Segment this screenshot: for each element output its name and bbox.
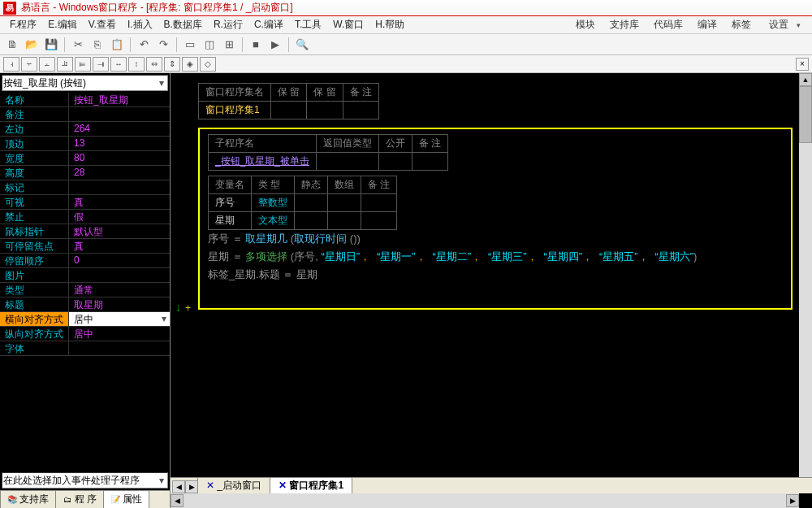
- prop-row-宽度[interactable]: 宽度80: [0, 151, 170, 166]
- panel-close-icon[interactable]: ×: [796, 58, 809, 71]
- menu-database[interactable]: B.数据库: [159, 16, 207, 33]
- tab-startwindow[interactable]: ✕ _启动窗口: [197, 477, 270, 493]
- new-icon[interactable]: 🗎: [3, 36, 21, 54]
- prop-value[interactable]: 通常: [69, 283, 170, 297]
- prop-value[interactable]: 真: [69, 239, 170, 253]
- copy-icon[interactable]: ⎘: [89, 36, 106, 54]
- open-icon[interactable]: 📂: [23, 36, 41, 54]
- distribute-v-icon[interactable]: ⇕: [164, 57, 180, 72]
- center-h-icon[interactable]: ◈: [182, 57, 198, 72]
- prop-row-可停留焦点[interactable]: 可停留焦点真: [0, 239, 170, 254]
- scroll-up-icon[interactable]: ▲: [799, 73, 812, 86]
- menu-edit[interactable]: E.编辑: [43, 16, 81, 33]
- prop-row-备注[interactable]: 备注: [0, 107, 170, 122]
- prop-row-图片[interactable]: 图片: [0, 268, 170, 283]
- sub-name[interactable]: _按钮_取星期_被单击: [209, 153, 317, 171]
- event-selector[interactable]: 在此处选择加入事件处理子程序: [2, 472, 168, 488]
- align-middle-icon[interactable]: ⫢: [75, 57, 91, 72]
- prop-row-顶边[interactable]: 顶边13: [0, 137, 170, 151]
- scroll-thumb[interactable]: [799, 86, 812, 143]
- prop-value[interactable]: 假: [69, 210, 170, 224]
- sidetab-props[interactable]: 📝属性: [103, 490, 149, 508]
- tab-prev-icon[interactable]: ◀: [172, 480, 185, 493]
- prop-value[interactable]: [69, 107, 170, 121]
- prop-value[interactable]: 居中: [69, 327, 170, 341]
- scrollbar-vertical[interactable]: ▲ ▼: [799, 73, 812, 493]
- paste-icon[interactable]: 📋: [108, 36, 126, 54]
- prop-value[interactable]: 264: [69, 122, 170, 136]
- prop-value[interactable]: [69, 180, 170, 194]
- scroll-right-icon[interactable]: ▶: [786, 494, 799, 507]
- code-line-2[interactable]: 星期 ＝ 多项选择 (序号, “星期日”， “星期一”， “星期二”， “星期三…: [205, 248, 786, 266]
- undo-icon[interactable]: ↶: [135, 36, 153, 54]
- layout3-icon[interactable]: ⊞: [220, 36, 238, 54]
- prop-row-左边[interactable]: 左边264: [0, 122, 170, 137]
- prop-value[interactable]: 13: [69, 137, 170, 150]
- prop-value[interactable]: [69, 268, 170, 282]
- same-width-icon[interactable]: ↔: [110, 57, 127, 72]
- prop-row-标题[interactable]: 标题取星期: [0, 297, 170, 312]
- tab-next-icon[interactable]: ▶: [185, 480, 198, 493]
- rmenu-codelib[interactable]: 代码库: [650, 16, 686, 33]
- menu-view[interactable]: V.查看: [84, 16, 121, 33]
- var-row[interactable]: 序号 整数型: [209, 194, 397, 212]
- align-left-icon[interactable]: ⫞: [3, 57, 19, 72]
- menu-window[interactable]: W.窗口: [328, 16, 369, 33]
- save-icon[interactable]: 💾: [42, 36, 60, 54]
- rmenu-settings[interactable]: 设置▾: [762, 16, 807, 33]
- prop-row-类型[interactable]: 类型通常: [0, 283, 170, 297]
- code-line-1[interactable]: 序号 ＝ 取星期几 (取现行时间 ()): [205, 230, 786, 248]
- center-v-icon[interactable]: ◇: [200, 57, 216, 72]
- prop-row-鼠标指针[interactable]: 鼠标指针默认型: [0, 224, 170, 239]
- prop-value[interactable]: 按钮_取星期: [69, 93, 170, 106]
- align-bottom-icon[interactable]: ⫣: [93, 57, 109, 72]
- prop-row-字体[interactable]: 字体: [0, 341, 170, 356]
- menu-program[interactable]: F.程序: [5, 16, 41, 33]
- prop-value[interactable]: 取星期: [69, 297, 170, 311]
- prop-row-高度[interactable]: 高度28: [0, 166, 170, 180]
- layout1-icon[interactable]: ▭: [181, 36, 199, 54]
- prop-value[interactable]: 真: [69, 195, 170, 209]
- distribute-h-icon[interactable]: ⇔: [146, 57, 162, 72]
- menu-insert[interactable]: I.插入: [123, 16, 158, 33]
- tab-programset[interactable]: ✕ 窗口程序集1: [270, 477, 352, 493]
- menu-run[interactable]: R.运行: [209, 16, 248, 33]
- prop-value[interactable]: 默认型: [69, 224, 170, 238]
- prop-value[interactable]: 居中: [69, 312, 170, 326]
- cut-icon[interactable]: ✂: [69, 36, 87, 54]
- rmenu-compile[interactable]: 编译: [694, 16, 720, 33]
- module-name[interactable]: 窗口程序集1: [199, 102, 271, 119]
- prop-value[interactable]: [69, 341, 170, 355]
- prop-row-可视[interactable]: 可视真: [0, 195, 170, 210]
- align-top-icon[interactable]: ⫡: [57, 57, 73, 72]
- rmenu-tags[interactable]: 标签: [728, 16, 754, 33]
- prop-value[interactable]: 0: [69, 254, 170, 267]
- menu-help[interactable]: H.帮助: [370, 16, 409, 33]
- sidetab-support[interactable]: 📚支持库: [0, 490, 56, 508]
- prop-row-横向对齐方式[interactable]: 横向对齐方式居中: [0, 312, 170, 327]
- code-editor[interactable]: ↓ + 窗口程序集名 保 留 保 留 备 注 窗口程序集1 子程: [171, 73, 812, 508]
- prop-row-纵向对齐方式[interactable]: 纵向对齐方式居中: [0, 327, 170, 341]
- code-line-3[interactable]: 标签_星期.标题 ＝ 星期: [205, 266, 786, 284]
- stop-icon[interactable]: ■: [247, 36, 265, 54]
- menu-compile[interactable]: C.编译: [249, 16, 288, 33]
- prop-row-标记[interactable]: 标记: [0, 180, 170, 195]
- sidetab-program[interactable]: 🗂程 序: [55, 490, 104, 508]
- rmenu-module[interactable]: 模块: [572, 16, 598, 33]
- rmenu-lib[interactable]: 支持库: [607, 16, 642, 33]
- prop-value[interactable]: 80: [69, 151, 170, 165]
- align-center-h-icon[interactable]: ⫟: [21, 57, 37, 72]
- same-height-icon[interactable]: ↕: [128, 57, 145, 72]
- prop-value[interactable]: 28: [69, 166, 170, 180]
- align-right-icon[interactable]: ⫠: [39, 57, 55, 72]
- prop-row-名称[interactable]: 名称按钮_取星期: [0, 93, 170, 107]
- redo-icon[interactable]: ↷: [154, 36, 172, 54]
- expand-marker-icon[interactable]: +: [185, 302, 191, 314]
- prop-row-禁止[interactable]: 禁止假: [0, 210, 170, 224]
- find-icon[interactable]: 🔍: [293, 36, 311, 54]
- layout2-icon[interactable]: ◫: [201, 36, 218, 54]
- scroll-left-icon[interactable]: ◀: [171, 494, 184, 507]
- scrollbar-horizontal[interactable]: ◀ ▶: [171, 493, 799, 508]
- var-row[interactable]: 星期 文本型: [209, 212, 397, 230]
- menu-tools[interactable]: T.工具: [290, 16, 326, 33]
